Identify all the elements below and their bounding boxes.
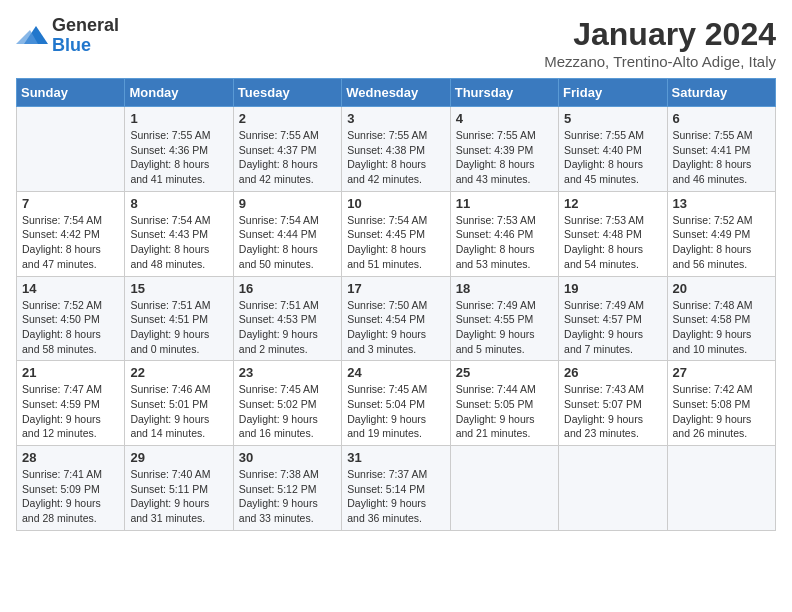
day-detail: Sunrise: 7:49 AMSunset: 4:55 PMDaylight:… <box>456 298 553 357</box>
calendar-cell <box>450 446 558 531</box>
location-subtitle: Mezzano, Trentino-Alto Adige, Italy <box>544 53 776 70</box>
header-day-thursday: Thursday <box>450 79 558 107</box>
day-number: 30 <box>239 450 336 465</box>
day-number: 12 <box>564 196 661 211</box>
calendar-cell: 8 Sunrise: 7:54 AMSunset: 4:43 PMDayligh… <box>125 191 233 276</box>
header-day-sunday: Sunday <box>17 79 125 107</box>
day-detail: Sunrise: 7:54 AMSunset: 4:45 PMDaylight:… <box>347 213 444 272</box>
day-number: 15 <box>130 281 227 296</box>
day-detail: Sunrise: 7:41 AMSunset: 5:09 PMDaylight:… <box>22 467 119 526</box>
day-number: 6 <box>673 111 770 126</box>
day-detail: Sunrise: 7:45 AMSunset: 5:04 PMDaylight:… <box>347 382 444 441</box>
calendar-cell: 10 Sunrise: 7:54 AMSunset: 4:45 PMDaylig… <box>342 191 450 276</box>
calendar-cell: 14 Sunrise: 7:52 AMSunset: 4:50 PMDaylig… <box>17 276 125 361</box>
day-number: 11 <box>456 196 553 211</box>
calendar-cell: 30 Sunrise: 7:38 AMSunset: 5:12 PMDaylig… <box>233 446 341 531</box>
day-number: 23 <box>239 365 336 380</box>
calendar-cell <box>559 446 667 531</box>
day-number: 21 <box>22 365 119 380</box>
day-number: 31 <box>347 450 444 465</box>
day-number: 26 <box>564 365 661 380</box>
day-number: 25 <box>456 365 553 380</box>
calendar-cell: 4 Sunrise: 7:55 AMSunset: 4:39 PMDayligh… <box>450 107 558 192</box>
day-number: 19 <box>564 281 661 296</box>
calendar-cell: 31 Sunrise: 7:37 AMSunset: 5:14 PMDaylig… <box>342 446 450 531</box>
day-detail: Sunrise: 7:49 AMSunset: 4:57 PMDaylight:… <box>564 298 661 357</box>
day-detail: Sunrise: 7:55 AMSunset: 4:39 PMDaylight:… <box>456 128 553 187</box>
calendar-cell: 24 Sunrise: 7:45 AMSunset: 5:04 PMDaylig… <box>342 361 450 446</box>
day-detail: Sunrise: 7:47 AMSunset: 4:59 PMDaylight:… <box>22 382 119 441</box>
calendar-cell: 27 Sunrise: 7:42 AMSunset: 5:08 PMDaylig… <box>667 361 775 446</box>
day-detail: Sunrise: 7:45 AMSunset: 5:02 PMDaylight:… <box>239 382 336 441</box>
day-number: 2 <box>239 111 336 126</box>
day-number: 24 <box>347 365 444 380</box>
calendar-cell: 12 Sunrise: 7:53 AMSunset: 4:48 PMDaylig… <box>559 191 667 276</box>
calendar-cell: 15 Sunrise: 7:51 AMSunset: 4:51 PMDaylig… <box>125 276 233 361</box>
day-detail: Sunrise: 7:37 AMSunset: 5:14 PMDaylight:… <box>347 467 444 526</box>
calendar-cell: 11 Sunrise: 7:53 AMSunset: 4:46 PMDaylig… <box>450 191 558 276</box>
calendar-cell <box>17 107 125 192</box>
day-number: 22 <box>130 365 227 380</box>
calendar-cell: 28 Sunrise: 7:41 AMSunset: 5:09 PMDaylig… <box>17 446 125 531</box>
day-detail: Sunrise: 7:52 AMSunset: 4:50 PMDaylight:… <box>22 298 119 357</box>
day-detail: Sunrise: 7:54 AMSunset: 4:44 PMDaylight:… <box>239 213 336 272</box>
title-block: January 2024 Mezzano, Trentino-Alto Adig… <box>544 16 776 70</box>
calendar-cell: 13 Sunrise: 7:52 AMSunset: 4:49 PMDaylig… <box>667 191 775 276</box>
day-number: 13 <box>673 196 770 211</box>
day-number: 7 <box>22 196 119 211</box>
day-number: 18 <box>456 281 553 296</box>
day-detail: Sunrise: 7:43 AMSunset: 5:07 PMDaylight:… <box>564 382 661 441</box>
day-number: 9 <box>239 196 336 211</box>
day-detail: Sunrise: 7:53 AMSunset: 4:48 PMDaylight:… <box>564 213 661 272</box>
calendar-cell: 7 Sunrise: 7:54 AMSunset: 4:42 PMDayligh… <box>17 191 125 276</box>
day-number: 1 <box>130 111 227 126</box>
logo: General Blue <box>16 16 119 56</box>
calendar-header-row: SundayMondayTuesdayWednesdayThursdayFrid… <box>17 79 776 107</box>
calendar-cell: 20 Sunrise: 7:48 AMSunset: 4:58 PMDaylig… <box>667 276 775 361</box>
calendar-cell: 26 Sunrise: 7:43 AMSunset: 5:07 PMDaylig… <box>559 361 667 446</box>
calendar-week-row: 7 Sunrise: 7:54 AMSunset: 4:42 PMDayligh… <box>17 191 776 276</box>
logo-general-text: General <box>52 16 119 36</box>
day-number: 4 <box>456 111 553 126</box>
logo-blue-text: Blue <box>52 36 119 56</box>
day-number: 10 <box>347 196 444 211</box>
day-number: 17 <box>347 281 444 296</box>
calendar-week-row: 14 Sunrise: 7:52 AMSunset: 4:50 PMDaylig… <box>17 276 776 361</box>
header-day-wednesday: Wednesday <box>342 79 450 107</box>
day-number: 20 <box>673 281 770 296</box>
calendar-cell: 2 Sunrise: 7:55 AMSunset: 4:37 PMDayligh… <box>233 107 341 192</box>
day-detail: Sunrise: 7:55 AMSunset: 4:38 PMDaylight:… <box>347 128 444 187</box>
month-year-title: January 2024 <box>544 16 776 53</box>
day-number: 8 <box>130 196 227 211</box>
calendar-cell: 9 Sunrise: 7:54 AMSunset: 4:44 PMDayligh… <box>233 191 341 276</box>
day-number: 28 <box>22 450 119 465</box>
day-number: 5 <box>564 111 661 126</box>
day-detail: Sunrise: 7:44 AMSunset: 5:05 PMDaylight:… <box>456 382 553 441</box>
logo-text: General Blue <box>52 16 119 56</box>
calendar-cell: 17 Sunrise: 7:50 AMSunset: 4:54 PMDaylig… <box>342 276 450 361</box>
day-detail: Sunrise: 7:54 AMSunset: 4:43 PMDaylight:… <box>130 213 227 272</box>
calendar-cell: 22 Sunrise: 7:46 AMSunset: 5:01 PMDaylig… <box>125 361 233 446</box>
calendar-cell: 5 Sunrise: 7:55 AMSunset: 4:40 PMDayligh… <box>559 107 667 192</box>
calendar-cell: 29 Sunrise: 7:40 AMSunset: 5:11 PMDaylig… <box>125 446 233 531</box>
day-detail: Sunrise: 7:55 AMSunset: 4:41 PMDaylight:… <box>673 128 770 187</box>
calendar-week-row: 1 Sunrise: 7:55 AMSunset: 4:36 PMDayligh… <box>17 107 776 192</box>
day-detail: Sunrise: 7:51 AMSunset: 4:51 PMDaylight:… <box>130 298 227 357</box>
day-detail: Sunrise: 7:51 AMSunset: 4:53 PMDaylight:… <box>239 298 336 357</box>
day-number: 16 <box>239 281 336 296</box>
day-detail: Sunrise: 7:38 AMSunset: 5:12 PMDaylight:… <box>239 467 336 526</box>
calendar-cell: 19 Sunrise: 7:49 AMSunset: 4:57 PMDaylig… <box>559 276 667 361</box>
logo-icon <box>16 22 48 50</box>
day-detail: Sunrise: 7:55 AMSunset: 4:36 PMDaylight:… <box>130 128 227 187</box>
calendar-cell: 18 Sunrise: 7:49 AMSunset: 4:55 PMDaylig… <box>450 276 558 361</box>
page-header: General Blue January 2024 Mezzano, Trent… <box>16 16 776 70</box>
day-detail: Sunrise: 7:42 AMSunset: 5:08 PMDaylight:… <box>673 382 770 441</box>
day-number: 27 <box>673 365 770 380</box>
calendar-cell: 1 Sunrise: 7:55 AMSunset: 4:36 PMDayligh… <box>125 107 233 192</box>
day-detail: Sunrise: 7:54 AMSunset: 4:42 PMDaylight:… <box>22 213 119 272</box>
calendar-cell: 23 Sunrise: 7:45 AMSunset: 5:02 PMDaylig… <box>233 361 341 446</box>
calendar-table: SundayMondayTuesdayWednesdayThursdayFrid… <box>16 78 776 531</box>
day-number: 29 <box>130 450 227 465</box>
header-day-saturday: Saturday <box>667 79 775 107</box>
calendar-cell: 3 Sunrise: 7:55 AMSunset: 4:38 PMDayligh… <box>342 107 450 192</box>
